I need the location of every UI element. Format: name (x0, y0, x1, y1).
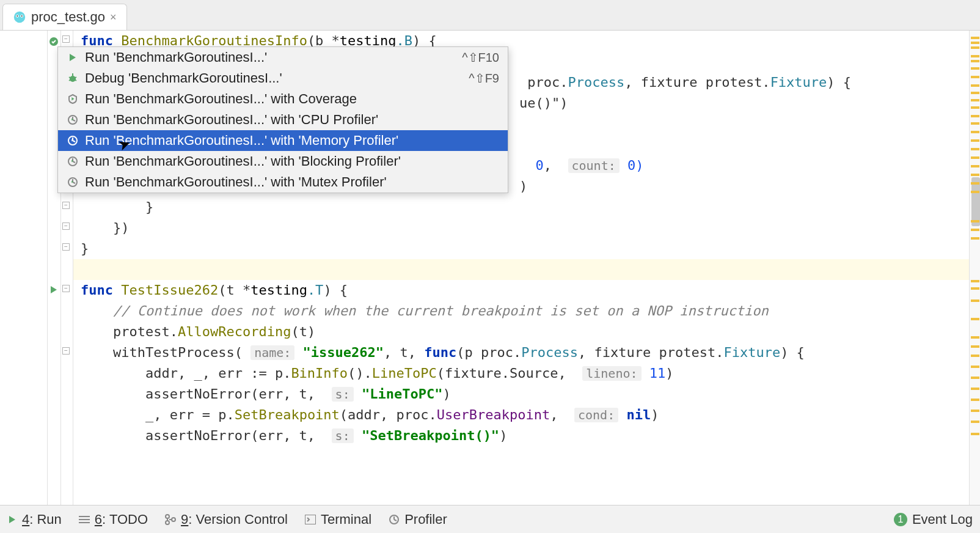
context-menu-item[interactable]: Run 'BenchmarkGoroutinesI...' with 'Mute… (58, 172, 508, 193)
stripe-warning-mark[interactable] (971, 229, 979, 231)
stripe-warning-mark[interactable] (971, 336, 979, 339)
coverage-icon (67, 94, 79, 104)
stripe-warning-mark[interactable] (971, 67, 979, 70)
stripe-warning-mark[interactable] (971, 280, 979, 282)
fold-icon[interactable]: − (62, 285, 70, 292)
status-todo[interactable]: 6: TODO (79, 512, 148, 527)
svg-rect-17 (79, 519, 90, 520)
stripe-warning-mark[interactable] (971, 421, 979, 423)
stripe-warning-mark[interactable] (971, 84, 979, 87)
stripe-warning-mark[interactable] (971, 42, 979, 44)
stripe-warning-mark[interactable] (971, 318, 979, 320)
status-profiler[interactable]: Profiler (389, 512, 447, 527)
code-line: protest.AllowRecording(t) (81, 324, 315, 339)
code-line: // Continue does not work when the curre… (81, 303, 769, 318)
code-line: } (81, 241, 89, 256)
stripe-warning-mark[interactable] (971, 220, 979, 222)
status-bar: 4: Run 6: TODO 9: Version Control Termin… (0, 505, 980, 533)
run-context-menu: Run 'BenchmarkGoroutinesI...'^⇧F10Debug … (57, 46, 508, 193)
stripe-warning-mark[interactable] (971, 46, 979, 49)
svg-point-6 (70, 76, 76, 82)
stripe-warning-mark[interactable] (971, 76, 979, 78)
menu-item-label: Run 'BenchmarkGoroutinesI...' with Cover… (85, 91, 499, 107)
error-stripe[interactable] (969, 31, 980, 505)
stripe-warning-mark[interactable] (971, 345, 979, 348)
stripe-warning-mark[interactable] (971, 131, 979, 133)
svg-point-4 (21, 15, 23, 17)
stripe-warning-mark[interactable] (971, 148, 979, 150)
menu-item-label: Run 'BenchmarkGoroutinesI...' (85, 50, 437, 65)
status-terminal[interactable]: Terminal (305, 512, 371, 527)
code-line: 0, count: 0) (519, 158, 644, 173)
terminal-icon (305, 515, 316, 524)
debug-icon (67, 73, 79, 83)
stripe-warning-mark[interactable] (971, 156, 979, 159)
fold-icon[interactable]: − (62, 222, 70, 230)
code-line: ue()") (519, 95, 568, 111)
fold-icon[interactable]: − (62, 347, 70, 355)
svg-point-19 (166, 515, 169, 518)
run-gutter-icon[interactable] (49, 285, 59, 295)
file-tab[interactable]: proc_test.go × (2, 4, 127, 30)
stripe-warning-mark[interactable] (971, 377, 979, 379)
tab-bar: proc_test.go × (0, 0, 980, 31)
stripe-warning-mark[interactable] (971, 122, 979, 125)
fold-icon[interactable]: − (62, 202, 70, 209)
current-line-highlight (73, 259, 969, 280)
context-menu-item[interactable]: Run 'BenchmarkGoroutinesI...' with 'CPU … (58, 109, 508, 130)
stripe-warning-mark[interactable] (971, 237, 979, 240)
stripe-warning-mark[interactable] (971, 182, 979, 185)
code-line: } (81, 199, 153, 215)
stripe-warning-mark[interactable] (971, 433, 979, 435)
context-menu-item[interactable]: Run 'BenchmarkGoroutinesI...' with Cover… (58, 89, 508, 109)
stripe-warning-mark[interactable] (971, 410, 979, 412)
profile-icon (67, 177, 79, 188)
status-event-log[interactable]: 1 Event Log (894, 512, 973, 527)
stripe-warning-mark[interactable] (971, 92, 979, 94)
stripe-warning-mark[interactable] (971, 55, 979, 57)
stripe-warning-mark[interactable] (971, 399, 979, 401)
status-run[interactable]: 4: Run (7, 512, 62, 527)
stripe-warning-mark[interactable] (971, 355, 979, 357)
menu-item-shortcut: ^⇧F9 (469, 71, 499, 86)
stripe-warning-mark[interactable] (971, 37, 979, 39)
stripe-warning-mark[interactable] (971, 60, 979, 62)
context-menu-item[interactable]: Run 'BenchmarkGoroutinesI...' with 'Bloc… (58, 151, 508, 172)
pass-status-icon (49, 37, 59, 46)
context-menu-item[interactable]: Run 'BenchmarkGoroutinesI...' with 'Memo… (58, 130, 508, 151)
code-line: func TestIssue262(t *testing.T) { (81, 282, 348, 298)
menu-item-label: Debug 'BenchmarkGoroutinesI...' (85, 70, 444, 86)
stripe-warning-mark[interactable] (971, 174, 979, 176)
svg-rect-22 (305, 515, 316, 524)
stripe-warning-mark[interactable] (971, 99, 979, 101)
context-menu-item[interactable]: Debug 'BenchmarkGoroutinesI...'^⇧F9 (58, 68, 508, 89)
fold-icon[interactable]: − (62, 243, 70, 251)
stripe-warning-mark[interactable] (971, 165, 979, 167)
stripe-warning-mark[interactable] (971, 388, 979, 390)
run-icon (7, 515, 17, 524)
profile-icon (67, 114, 79, 125)
context-menu-item[interactable]: Run 'BenchmarkGoroutinesI...'^⇧F10 (58, 47, 508, 68)
event-log-badge: 1 (894, 513, 907, 526)
menu-item-label: Run 'BenchmarkGoroutinesI...' with 'Memo… (85, 133, 499, 149)
menu-item-label: Run 'BenchmarkGoroutinesI...' with 'CPU … (85, 112, 499, 128)
stripe-warning-mark[interactable] (971, 366, 979, 368)
scrollbar-thumb[interactable] (971, 177, 980, 226)
fold-icon[interactable]: − (62, 35, 70, 43)
code-line: withTestProcess( name: "issue262", t, fu… (81, 345, 805, 360)
go-file-icon (13, 10, 26, 24)
stripe-warning-mark[interactable] (971, 115, 979, 117)
stripe-warning-mark[interactable] (971, 139, 979, 142)
close-tab-icon[interactable]: × (110, 11, 117, 24)
stripe-warning-mark[interactable] (971, 300, 979, 302)
svg-rect-18 (79, 522, 90, 523)
stripe-warning-mark[interactable] (971, 287, 979, 290)
code-line: }) (81, 220, 129, 235)
profile-icon (67, 135, 79, 146)
vcs-icon (165, 514, 176, 525)
stripe-warning-mark[interactable] (971, 106, 979, 109)
stripe-warning-mark[interactable] (971, 191, 979, 193)
menu-item-label: Run 'BenchmarkGoroutinesI...' with 'Mute… (85, 174, 499, 190)
status-vcs[interactable]: 9: Version Control (165, 512, 288, 527)
code-line: _, err = p.SetBreakpoint(addr, proc.User… (81, 407, 659, 422)
